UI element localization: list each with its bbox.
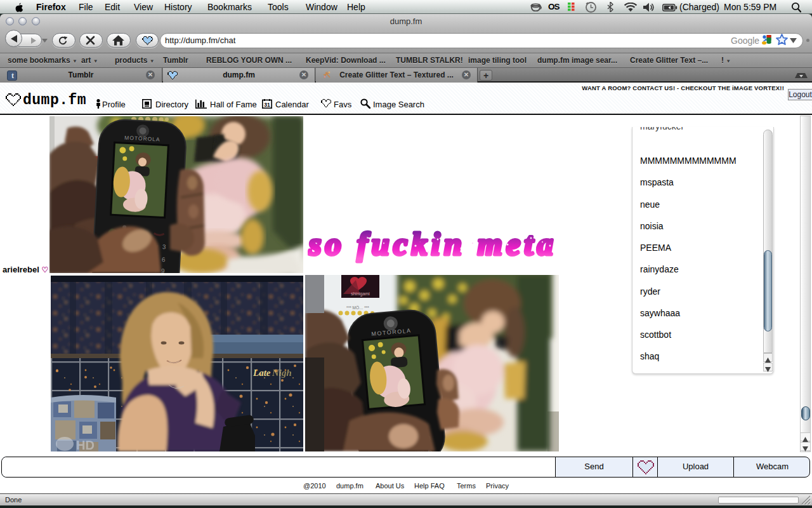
svg-text:*** MÖ… ***: *** MÖ… *** xyxy=(346,305,369,310)
svg-text:Nigh: Nigh xyxy=(272,368,292,378)
svg-text:Late: Late xyxy=(252,368,271,378)
svg-text:3: 3 xyxy=(162,243,167,250)
svg-text:HD: HD xyxy=(76,438,95,451)
svg-text:31: 31 xyxy=(264,102,270,108)
svg-text:9: 9 xyxy=(161,267,166,273)
svg-text:shinigami: shinigami xyxy=(351,291,370,297)
svg-text:6: 6 xyxy=(162,256,166,263)
